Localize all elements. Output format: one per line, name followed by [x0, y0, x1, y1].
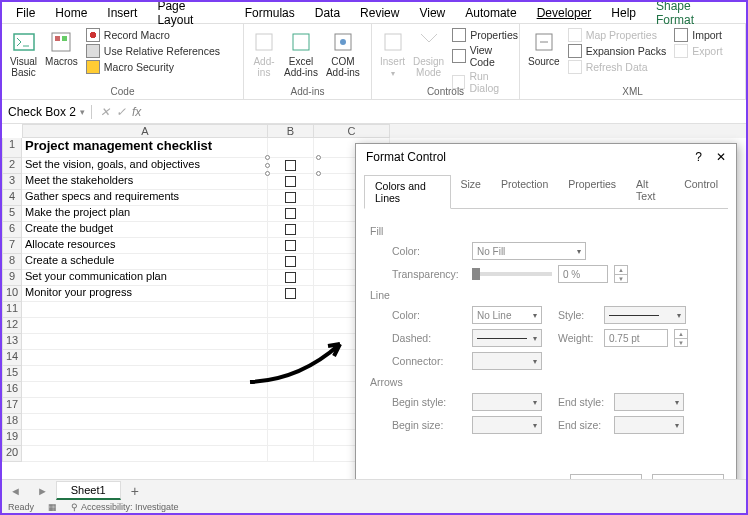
- import-button[interactable]: Import: [674, 28, 722, 42]
- record-macro-button[interactable]: Record Macro: [86, 28, 220, 42]
- menu-home[interactable]: Home: [45, 4, 97, 22]
- cell-a12[interactable]: [22, 318, 268, 334]
- dialog-tab-properties[interactable]: Properties: [558, 174, 626, 208]
- cell-b6[interactable]: [268, 222, 314, 238]
- use-relative-refs-button[interactable]: Use Relative References: [86, 44, 220, 58]
- cell-a3[interactable]: Meet the stakeholders: [22, 174, 268, 190]
- checkbox-row10[interactable]: [285, 288, 296, 299]
- menu-developer[interactable]: Developer: [527, 4, 602, 22]
- menu-help[interactable]: Help: [601, 4, 646, 22]
- cell-a11[interactable]: [22, 302, 268, 318]
- cell-b9[interactable]: [268, 270, 314, 286]
- menu-data[interactable]: Data: [305, 4, 350, 22]
- visual-basic-button[interactable]: Visual Basic: [10, 28, 37, 78]
- cell-b18[interactable]: [268, 414, 314, 430]
- dialog-tab-protection[interactable]: Protection: [491, 174, 558, 208]
- menu-view[interactable]: View: [409, 4, 455, 22]
- line-style-combo[interactable]: ▾: [604, 306, 686, 324]
- cell-b12[interactable]: [268, 318, 314, 334]
- row-headers[interactable]: 1234567891011121314151617181920: [2, 138, 22, 462]
- cell-a8[interactable]: Create a schedule: [22, 254, 268, 270]
- relative-refs-icon: [86, 44, 100, 58]
- macros-button[interactable]: Macros: [45, 28, 78, 67]
- cell-b14[interactable]: [268, 350, 314, 366]
- cell-b4[interactable]: [268, 190, 314, 206]
- properties-button[interactable]: Properties: [452, 28, 518, 42]
- cell-a17[interactable]: [22, 398, 268, 414]
- fx-label[interactable]: fx: [132, 105, 141, 119]
- fill-color-combo[interactable]: No Fill▾: [472, 242, 586, 260]
- dialog-tab-alt-text[interactable]: Alt Text: [626, 174, 674, 208]
- cell-b1[interactable]: [268, 138, 314, 158]
- column-headers[interactable]: ABC: [22, 124, 746, 138]
- weight-spinner[interactable]: ▲▼: [674, 329, 688, 347]
- cell-a16[interactable]: [22, 382, 268, 398]
- sheet-nav-next[interactable]: ►: [29, 485, 56, 497]
- cell-a7[interactable]: Allocate resources: [22, 238, 268, 254]
- checkbox-row9[interactable]: [285, 272, 296, 283]
- new-sheet-button[interactable]: +: [121, 483, 149, 499]
- cell-a4[interactable]: Gather specs and requirements: [22, 190, 268, 206]
- cell-b17[interactable]: [268, 398, 314, 414]
- cell-b11[interactable]: [268, 302, 314, 318]
- transparency-slider[interactable]: [472, 272, 552, 276]
- cell-a13[interactable]: [22, 334, 268, 350]
- dialog-tab-control[interactable]: Control: [674, 174, 728, 208]
- checkbox-row5[interactable]: [285, 208, 296, 219]
- checkbox-row8[interactable]: [285, 256, 296, 267]
- dialog-tab-colors-and-lines[interactable]: Colors and Lines: [364, 175, 451, 209]
- cell-b10[interactable]: [268, 286, 314, 302]
- cell-b8[interactable]: [268, 254, 314, 270]
- checkbox-row4[interactable]: [285, 192, 296, 203]
- com-addins-button[interactable]: COM Add-ins: [326, 28, 360, 78]
- menu-formulas[interactable]: Formulas: [235, 4, 305, 22]
- close-icon[interactable]: ✕: [716, 150, 726, 164]
- excel-addins-button[interactable]: Excel Add-ins: [284, 28, 318, 78]
- transparency-spinner[interactable]: ▲▼: [614, 265, 628, 283]
- source-button[interactable]: Source: [528, 28, 560, 67]
- weight-combo[interactable]: 0.75 pt: [604, 329, 668, 347]
- expansion-packs-button[interactable]: Expansion Packs: [568, 44, 667, 58]
- cell-a6[interactable]: Create the budget: [22, 222, 268, 238]
- name-box[interactable]: Check Box 2▾: [2, 105, 92, 119]
- cell-a2[interactable]: Set the vision, goals, and objectives: [22, 158, 268, 174]
- transparency-value[interactable]: 0 %: [558, 265, 608, 283]
- macros-status-icon[interactable]: ▦: [48, 502, 57, 512]
- cell-a5[interactable]: Make the project plan: [22, 206, 268, 222]
- accessibility-status[interactable]: ⚲Accessibility: Investigate: [71, 502, 179, 512]
- checkbox-row7[interactable]: [285, 240, 296, 251]
- cell-a20[interactable]: [22, 446, 268, 462]
- macro-security-button[interactable]: Macro Security: [86, 60, 220, 74]
- cell-b3[interactable]: [268, 174, 314, 190]
- menu-file[interactable]: File: [6, 4, 45, 22]
- cell-b15[interactable]: [268, 366, 314, 382]
- sheet-nav-prev[interactable]: ◄: [2, 485, 29, 497]
- cell-a9[interactable]: Set your communication plan: [22, 270, 268, 286]
- cell-b7[interactable]: [268, 238, 314, 254]
- menu-insert[interactable]: Insert: [97, 4, 147, 22]
- cell-a1[interactable]: Project management checklist: [22, 138, 268, 158]
- cell-a14[interactable]: [22, 350, 268, 366]
- checkbox-row3[interactable]: [285, 176, 296, 187]
- menu-automate[interactable]: Automate: [455, 4, 526, 22]
- menu-review[interactable]: Review: [350, 4, 409, 22]
- cell-b16[interactable]: [268, 382, 314, 398]
- cell-b13[interactable]: [268, 334, 314, 350]
- line-color-combo[interactable]: No Line▾: [472, 306, 542, 324]
- cell-a15[interactable]: [22, 366, 268, 382]
- cell-b5[interactable]: [268, 206, 314, 222]
- cell-b20[interactable]: [268, 446, 314, 462]
- cell-a18[interactable]: [22, 414, 268, 430]
- cell-a10[interactable]: Monitor your progress: [22, 286, 268, 302]
- cancel-icon[interactable]: ✕: [100, 105, 110, 119]
- cells-area[interactable]: Project management checklistSet the visi…: [22, 138, 390, 462]
- help-icon[interactable]: ?: [695, 150, 702, 164]
- sheet-tab-sheet1[interactable]: Sheet1: [56, 481, 121, 500]
- cell-a19[interactable]: [22, 430, 268, 446]
- view-code-button[interactable]: View Code: [452, 44, 518, 68]
- dashed-combo[interactable]: ▾: [472, 329, 542, 347]
- check-icon[interactable]: ✓: [116, 105, 126, 119]
- dialog-tab-size[interactable]: Size: [451, 174, 491, 208]
- cell-b19[interactable]: [268, 430, 314, 446]
- checkbox-row6[interactable]: [285, 224, 296, 235]
